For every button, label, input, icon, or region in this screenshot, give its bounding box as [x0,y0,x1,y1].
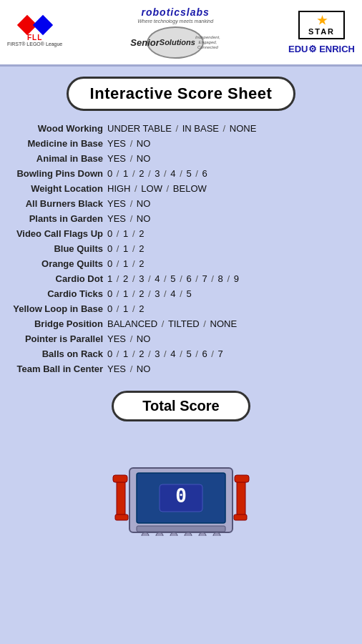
total-score-box: Total Score [112,391,250,421]
option-item[interactable]: 1 [123,348,128,359]
robot-area: 0 [0,421,362,550]
row-options[interactable]: YES / NO [107,213,150,224]
option-item[interactable]: 3 [155,348,160,359]
option-divider: / [193,348,201,359]
option-item[interactable]: BELOW [173,183,207,194]
option-item[interactable]: YES [107,333,126,344]
row-options[interactable]: YES / NO [107,153,150,164]
option-item[interactable]: 1 [123,303,128,314]
option-item[interactable]: UNDER TABLE [107,123,172,134]
row-options[interactable]: UNDER TABLE / IN BASE / NONE [107,123,256,134]
option-divider: / [145,273,153,284]
option-item[interactable]: TILTED [168,318,200,329]
option-item[interactable]: 0 [107,258,112,269]
row-options[interactable]: 0 / 1 / 2 [107,303,144,314]
option-item[interactable]: NO [137,153,151,164]
option-item[interactable]: 1 [123,228,128,239]
row-options[interactable]: 0 / 1 / 2 / 3 / 4 / 5 [107,288,192,299]
option-item[interactable]: LOW [141,183,162,194]
option-item[interactable]: YES [107,198,126,209]
option-item[interactable]: 0 [107,348,112,359]
table-row: Cardio Ticks0 / 1 / 2 / 3 / 4 / 5 [7,286,355,301]
table-row: Pointer is ParallelYES / NO [7,331,355,346]
option-item[interactable]: 0 [107,168,112,179]
option-item[interactable]: 6 [186,273,191,284]
option-item[interactable]: IN BASE [182,123,219,134]
option-divider: / [129,288,137,299]
option-item[interactable]: 1 [123,288,128,299]
option-item[interactable]: YES [107,213,126,224]
option-divider: / [209,273,217,284]
robotics-prefix: robotics [142,6,187,18]
option-item[interactable]: 4 [155,273,160,284]
option-item[interactable]: 2 [123,273,128,284]
table-row: Animal in BaseYES / NO [7,151,355,166]
option-item[interactable]: NO [137,198,151,209]
row-options[interactable]: YES / NO [107,198,150,209]
option-item[interactable]: 6 [202,168,207,179]
option-item[interactable]: 1 [123,243,128,254]
option-item[interactable]: 5 [186,288,191,299]
option-divider: / [193,168,201,179]
option-item[interactable]: NONE [210,318,238,329]
option-item[interactable]: 2 [139,288,144,299]
option-item[interactable]: 0 [107,228,112,239]
option-item[interactable]: 3 [155,168,160,179]
row-options[interactable]: 0 / 1 / 2 [107,258,144,269]
row-options[interactable]: BALANCED / TILTED / NONE [107,318,237,329]
option-item[interactable]: 7 [202,273,207,284]
option-item[interactable]: 9 [234,273,239,284]
option-item[interactable]: 2 [139,243,144,254]
option-item[interactable]: 5 [186,168,191,179]
option-item[interactable]: BALANCED [107,318,157,329]
option-divider: / [114,243,122,254]
option-item[interactable]: 0 [107,243,112,254]
option-item[interactable]: 0 [107,303,112,314]
row-label: All Burners Black [7,198,107,209]
table-row: Balls on Rack0 / 1 / 2 / 3 / 4 / 5 / 6 /… [7,346,355,361]
option-item[interactable]: HIGH [107,183,131,194]
option-item[interactable]: 2 [139,303,144,314]
row-options[interactable]: YES / NO [107,138,150,149]
option-item[interactable]: NO [137,213,151,224]
option-item[interactable]: 6 [202,348,207,359]
row-options[interactable]: YES / NO [107,333,150,344]
row-label: Yellow Loop in Base [7,303,107,314]
row-options[interactable]: YES / NO [107,364,150,374]
option-item[interactable]: 2 [139,258,144,269]
row-options[interactable]: 0 / 1 / 2 / 3 / 4 / 5 / 6 / 7 [107,348,223,359]
option-item[interactable]: 3 [155,288,160,299]
option-item[interactable]: 1 [123,258,128,269]
option-item[interactable]: 2 [139,228,144,239]
option-item[interactable]: NO [137,364,151,374]
center-logos: roboticslabs Where technology meets mank… [137,6,213,59]
row-options[interactable]: 0 / 1 / 2 [107,243,144,254]
option-item[interactable]: 2 [139,348,144,359]
option-item[interactable]: 1 [107,273,112,284]
row-options[interactable]: 0 / 1 / 2 / 3 / 4 / 5 / 6 [107,168,207,179]
option-item[interactable]: 4 [170,168,175,179]
option-item[interactable]: 1 [123,168,128,179]
option-item[interactable]: 4 [170,348,175,359]
row-options[interactable]: 0 / 1 / 2 [107,228,144,239]
option-item[interactable]: 7 [218,348,223,359]
option-item[interactable]: YES [107,153,126,164]
table-row: Plants in GardenYES / NO [7,211,355,226]
row-options[interactable]: HIGH / LOW / BELOW [107,183,207,194]
option-item[interactable]: NO [137,333,151,344]
option-item[interactable]: 0 [107,288,112,299]
row-options[interactable]: 1 / 2 / 3 / 4 / 5 / 6 / 7 / 8 / 9 [107,273,239,284]
option-item[interactable]: 4 [170,288,175,299]
option-item[interactable]: YES [107,138,126,149]
option-divider: / [161,168,169,179]
option-item[interactable]: 3 [139,273,144,284]
option-item[interactable]: 5 [186,348,191,359]
option-item[interactable]: 8 [218,273,223,284]
option-divider: / [127,333,135,344]
option-item[interactable]: NONE [230,123,257,134]
option-item[interactable]: 2 [139,168,144,179]
option-divider: / [173,123,181,134]
option-item[interactable]: YES [107,364,126,374]
option-item[interactable]: 5 [170,273,175,284]
option-item[interactable]: NO [137,138,151,149]
